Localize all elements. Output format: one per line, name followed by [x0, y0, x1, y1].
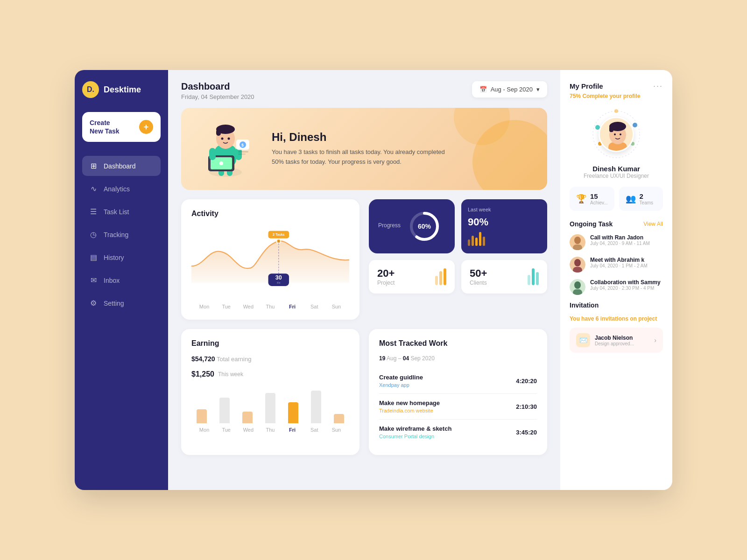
tracked-range-start: 19 — [379, 355, 385, 362]
earning-bar-5 — [311, 391, 321, 423]
last-week-percent: 90% — [468, 216, 541, 228]
sidebar-item-label-tracking: Tracking — [104, 231, 128, 238]
chart-label-mon: Mon — [193, 304, 215, 309]
main-header: Dashboard Friday, 04 September 2020 📅 Au… — [168, 70, 560, 108]
stat-cards-row: 20+ Project 50+ — [369, 260, 547, 294]
svg-rect-19 — [238, 154, 246, 155]
page-title: Dashboard — [181, 81, 254, 92]
more-options-icon[interactable]: ··· — [653, 81, 663, 91]
dashboard-icon: ⊞ — [89, 161, 98, 170]
earning-bar-6 — [334, 414, 344, 423]
profile-title: My Profile — [570, 82, 603, 90]
svg-point-33 — [633, 123, 637, 127]
task-item-1: Call with Ran Jadon July 04, 2020 · 9 AM… — [570, 234, 663, 250]
progress-info: Progress — [378, 222, 401, 231]
earning-bar-0 — [197, 409, 207, 423]
sidebar-item-tracking[interactable]: ◷ Tracking — [82, 224, 161, 245]
invitation-text: You have 6 invitations on project — [570, 315, 663, 322]
header-date: Friday, 04 September 2020 — [181, 93, 254, 100]
create-task-plus-icon: + — [139, 120, 153, 134]
earning-bar-col-4 — [283, 386, 303, 423]
clients-value: 50+ — [470, 267, 487, 280]
date-range-button[interactable]: 📅 Aug - Sep 2020 ▾ — [472, 81, 547, 98]
invitation-header: Invitation — [570, 301, 663, 309]
welcome-name: Dinesh — [289, 131, 326, 143]
tracked-item-1-text: Create guidline Xendpay app — [379, 374, 423, 388]
sidebar-item-label-analytics: Analytics — [104, 185, 130, 193]
earning-day-labels: Mon Tue Wed Thu Fri Sat Sun — [191, 427, 349, 433]
earning-bar-col-2 — [237, 386, 257, 423]
calendar-icon: 📅 — [479, 86, 487, 93]
sidebar-item-analytics[interactable]: ∿ Analytics — [82, 179, 161, 199]
header-text: Dashboard Friday, 04 September 2020 — [181, 81, 254, 100]
clients-stat-info: 50+ Clients — [470, 267, 487, 286]
profile-complete-pct: 75% — [570, 93, 581, 99]
svg-point-50 — [574, 281, 581, 289]
svg-text:30: 30 — [275, 274, 282, 281]
sidebar-item-dashboard[interactable]: ⊞ Dashboard — [82, 156, 161, 176]
sidebar: D. Desktime CreateNew Task + ⊞ Dashboard… — [75, 70, 168, 490]
svg-point-12 — [219, 161, 223, 165]
earning-title: Earning — [191, 339, 349, 348]
svg-text:2 Tasks: 2 Tasks — [273, 233, 285, 237]
sidebar-item-label-setting: Setting — [104, 300, 124, 307]
teams-stat: 👥 2 Teams — [619, 187, 663, 211]
earning-bar-col-0 — [191, 386, 211, 423]
svg-point-35 — [614, 109, 618, 113]
earning-bar-col-3 — [260, 386, 280, 423]
teams-count: 2 — [640, 192, 653, 200]
svg-point-44 — [574, 237, 581, 244]
svg-rect-51 — [573, 289, 582, 295]
tracked-item-2-text: Make new homepage Tradeindia.com website — [379, 399, 440, 413]
invitation-sub: Design approved... — [595, 341, 634, 346]
sidebar-item-history[interactable]: ▤ History — [82, 247, 161, 267]
main-scroll: $ Hi, Dinesh You have 3 tasks to finish … — [168, 108, 560, 490]
earning-bar-3 — [265, 393, 275, 423]
progress-label: Progress — [378, 222, 401, 229]
task-item-3: Collaboration with Sammy July 04, 2020 ·… — [570, 279, 663, 295]
invitation-title: Invitation — [570, 301, 599, 309]
sidebar-item-setting[interactable]: ⚙ Setting — [82, 293, 161, 313]
welcome-illustration: $ — [195, 121, 261, 177]
welcome-message: You have 3 tasks to finish all tasks tod… — [272, 147, 449, 167]
svg-point-42 — [620, 133, 621, 135]
chart-label-fri: Fri — [282, 304, 303, 309]
avatar — [599, 117, 634, 152]
tracked-item-1-sub: Xendpay app — [379, 382, 423, 388]
app-name: Desktime — [104, 85, 141, 95]
profile-stats: 🏆 15 Achiev... 👥 2 Teams — [570, 187, 663, 211]
tracked-item-1-time: 4:20:20 — [516, 378, 537, 385]
progress-row: Progress 60% — [369, 199, 547, 253]
task-info-3: Collaboration with Sammy July 04, 2020 ·… — [590, 279, 661, 291]
invitation-envelope-icon: ✉️ — [576, 333, 590, 347]
ongoing-tasks-header: Ongoing Task View All — [570, 220, 663, 228]
tracked-item-1-name: Create guidline — [379, 374, 423, 381]
tracked-item-2-name: Make new homepage — [379, 399, 440, 406]
sidebar-item-tasklist[interactable]: ☰ Task List — [82, 202, 161, 222]
task-name-2: Meet with Abrahim k — [590, 257, 648, 263]
sidebar-item-label-dashboard: Dashboard — [104, 162, 136, 170]
task-info-2: Meet with Abrahim k July 04, 2020 · 1 PM… — [590, 257, 648, 268]
invitation-card[interactable]: ✉️ Jacob Nielson Design approved... › — [570, 328, 663, 353]
teams-label: Teams — [640, 200, 653, 205]
clients-stat-card: 50+ Clients — [461, 260, 547, 294]
profile-complete-label: Complete your profile — [582, 93, 640, 99]
tracked-title: Most Tracked Work — [379, 339, 537, 348]
logo-icon: D. — [82, 81, 99, 98]
profile-header: My Profile ··· — [570, 81, 663, 91]
this-week-row: $1,250 This week — [191, 370, 349, 378]
achievements-label: Achiev... — [590, 200, 608, 205]
welcome-text: Hi, Dinesh You have 3 tasks to finish al… — [272, 131, 449, 167]
task-info-1: Call with Ran Jadon July 04, 2020 · 9 AM… — [590, 234, 650, 246]
bottom-row: Earning $54,720 Total earning $1,250 Thi… — [181, 329, 547, 455]
chart-day-labels: Mon Tue Wed Thu Fri Sat Sun — [191, 304, 349, 309]
tracked-item-1: Create guidline Xendpay app 4:20:20 — [379, 368, 537, 394]
projects-value: 20+ — [377, 267, 395, 280]
view-all-button[interactable]: View All — [643, 221, 663, 227]
sidebar-item-inbox[interactable]: ✉ Inbox — [82, 270, 161, 290]
create-task-label: CreateNew Task — [90, 119, 120, 135]
last-week-label: Last week — [468, 207, 541, 212]
sidebar-item-label-inbox: Inbox — [104, 277, 120, 284]
projects-stat-info: 20+ Project — [377, 267, 395, 286]
create-task-button[interactable]: CreateNew Task + — [82, 112, 161, 142]
